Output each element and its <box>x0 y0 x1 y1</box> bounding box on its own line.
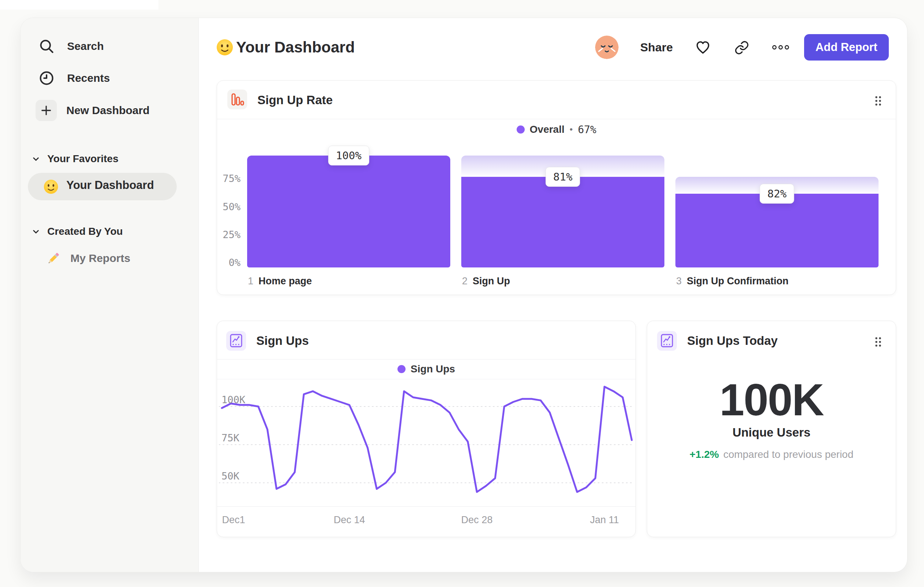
sidebar-item-label: Your Dashboard <box>66 179 154 192</box>
sidebar-item-recents[interactable]: Recents <box>38 70 110 87</box>
app-window: Search Recents New Dashboard Your Favori <box>20 18 908 572</box>
sign-ups-today-card: Sign Ups Today 100K Unique Users +1.2% c… <box>647 321 896 537</box>
line-chart-icon <box>657 331 677 351</box>
delta-value: +1.2% <box>689 447 719 462</box>
y-axis-tick-label: 50K <box>221 470 239 482</box>
signups-legend[interactable]: Sign Ups <box>217 359 635 379</box>
y-axis-tick-label: 75% <box>217 173 241 184</box>
y-axis-tick-label: 100K <box>221 394 245 405</box>
legend-separator: • <box>569 124 573 135</box>
sidebar-item-label: Recents <box>67 72 110 84</box>
funnel-bar-step[interactable]: 82%3Sign Up Confirmation <box>675 155 879 268</box>
funnel-bar-fill <box>247 155 450 268</box>
y-axis-tick-label: 0% <box>217 257 241 268</box>
funnel-legend[interactable]: Overall • 67% <box>217 119 896 140</box>
avatar[interactable] <box>595 36 619 59</box>
sidebar-item-my-reports[interactable]: My Reports <box>45 250 130 266</box>
sidebar-section-your-favorites[interactable]: Your Favorites <box>30 151 119 167</box>
x-axis-tick-label: Dec1 <box>222 514 245 526</box>
sidebar: Search Recents New Dashboard Your Favori <box>21 18 199 572</box>
sidebar-section-label: Created By You <box>47 226 123 237</box>
signups-line-chart[interactable] <box>219 379 634 506</box>
favorite-heart-icon[interactable] <box>695 39 711 55</box>
x-axis-tick-label: Jan 11 <box>590 514 619 526</box>
clock-icon <box>38 70 55 87</box>
sidebar-item-label: Search <box>67 40 104 53</box>
chevron-down-icon <box>30 224 41 239</box>
legend-series-name: Sign Ups <box>411 363 455 375</box>
page-title: Your Dashboard <box>236 37 355 58</box>
funnel-bar-step[interactable]: 81%2Sign Up <box>461 155 664 268</box>
card-title: Sign Up Rate <box>257 93 333 107</box>
funnel-step-number: 3 <box>676 276 681 286</box>
drag-handle-icon[interactable] <box>874 95 882 106</box>
sidebar-item-search[interactable]: Search <box>38 38 104 55</box>
funnel-step-name: Home page <box>259 276 312 286</box>
funnel-value-badge: 82% <box>760 184 794 203</box>
sidebar-item-label: My Reports <box>70 252 130 265</box>
add-report-button[interactable]: Add Report <box>804 34 889 61</box>
dashboard-emoji-icon <box>216 38 234 56</box>
sidebar-section-label: Your Favorites <box>47 153 119 165</box>
legend-dot <box>398 365 406 373</box>
signups-line-series <box>222 387 632 492</box>
card-title: Sign Ups <box>256 334 309 348</box>
x-axis-tick-label: Dec 14 <box>334 514 365 526</box>
funnel-bar-fill <box>461 177 664 268</box>
background-window-strip <box>0 0 158 10</box>
legend-series-name: Overall <box>530 124 565 136</box>
funnel-bar-step[interactable]: 100%1Home page <box>247 155 450 268</box>
card-title: Sign Ups Today <box>687 334 778 348</box>
avatar-face-icon <box>595 36 619 59</box>
sidebar-item-label: New Dashboard <box>66 104 150 117</box>
plus-icon <box>36 100 57 121</box>
funnel-step-number: 2 <box>462 276 467 286</box>
funnel-value-badge: 81% <box>546 167 580 187</box>
delta-row: +1.2% compared to previous period <box>647 447 896 462</box>
sidebar-item-new-dashboard[interactable]: New Dashboard <box>36 100 150 121</box>
y-axis-tick-label: 25% <box>217 228 241 240</box>
legend-overall-value: 67% <box>578 124 597 136</box>
legend-dot <box>516 126 525 134</box>
sign-ups-card: Sign Ups Sign Ups 100K75K50K Dec1Dec 14D… <box>217 321 636 537</box>
funnel-step-label: 3Sign Up Confirmation <box>676 276 789 287</box>
line-chart-icon <box>226 331 246 351</box>
big-number-value: 100K <box>647 376 896 424</box>
x-axis-line <box>217 506 635 507</box>
share-button[interactable]: Share <box>640 41 673 54</box>
funnel-step-label: 2Sign Up <box>462 276 510 287</box>
sign-up-rate-card: Sign Up Rate Overall • 67% 75%50%25%0% 1… <box>217 80 896 295</box>
smiley-emoji-icon <box>43 179 59 194</box>
funnel-step-label: 1Home page <box>248 276 312 287</box>
big-number-metric: Unique Users <box>647 425 896 440</box>
x-axis-tick-label: Dec 28 <box>461 514 493 526</box>
funnel-bar-fill <box>675 194 879 268</box>
chevron-down-icon <box>30 151 41 167</box>
drag-handle-icon[interactable] <box>874 336 882 347</box>
funnel-step-number: 1 <box>248 276 253 286</box>
more-options-ellipsis-icon[interactable] <box>771 41 790 54</box>
pencil-emoji-icon <box>45 250 62 266</box>
y-axis-tick-label: 75K <box>221 432 239 443</box>
sidebar-item-your-dashboard[interactable]: Your Dashboard <box>28 173 177 200</box>
funnel-chart-area[interactable]: 100%1Home page81%2Sign Up82%3Sign Up Con… <box>247 155 879 268</box>
funnel-step-name: Sign Up <box>473 276 510 286</box>
funnel-value-badge: 100% <box>328 146 369 165</box>
funnel-step-name: Sign Up Confirmation <box>687 276 788 286</box>
delta-comparison: compared to previous period <box>723 447 854 462</box>
y-axis-tick-label: 50% <box>217 201 241 212</box>
funnel-chart-icon <box>227 89 247 109</box>
search-icon <box>38 38 55 55</box>
sidebar-section-created-by-you[interactable]: Created By You <box>30 224 123 239</box>
copy-link-icon[interactable] <box>734 40 749 55</box>
